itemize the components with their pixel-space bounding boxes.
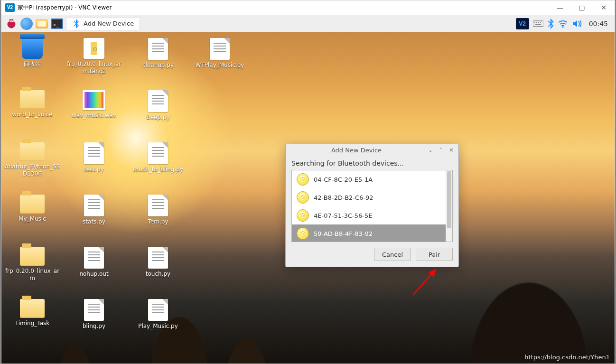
vnc-close-button[interactable]: ✕ [593, 0, 615, 15]
list-scrollbar[interactable] [446, 170, 452, 242]
desktop-icon-tem[interactable]: Tem.py [127, 195, 189, 225]
unknown-device-icon: ? [297, 191, 309, 204]
add-new-device-dialog[interactable]: Add New Device ⌄ ˄ ✕ Searching for Bluet… [285, 144, 459, 267]
device-row[interactable]: ?59-AD-B8-4F-83-92 [292, 224, 452, 242]
tray-clock[interactable]: 00:45 [586, 20, 611, 28]
desktop-icon-mymusic[interactable]: My_Music [1, 195, 63, 223]
scrollbar-thumb[interactable] [447, 171, 451, 228]
desktop-icon-timing[interactable]: Timing_Task [1, 299, 63, 327]
desktop-icon-label: nohup.out [77, 271, 110, 278]
device-mac: 04-CF-8C-20-E5-1A [314, 176, 373, 183]
desktop-icon-wavimg[interactable]: wav_music.wav [63, 90, 125, 119]
device-mac: 59-AD-B8-4F-83-92 [314, 230, 373, 237]
desktop-icon-label: Tem.py [146, 218, 170, 225]
dialog-maximize-button[interactable]: ˄ [437, 146, 445, 154]
taskbar-app-add-new-device[interactable]: Add New Device [66, 17, 140, 30]
desktop-icon-cleanup[interactable]: cleanup.py [127, 38, 189, 69]
unknown-device-icon: ? [297, 173, 309, 186]
vnc-window-title: 家中Pi (raspberrypi) - VNC Viewer [18, 4, 112, 12]
desktop-icon-nohup[interactable]: nohup.out [63, 247, 125, 278]
pair-button[interactable]: Pair [416, 248, 453, 261]
device-mac: 42-B8-2D-B2-C6-92 [314, 194, 373, 201]
desktop-icon-trash[interactable]: 回收站 [1, 38, 63, 68]
desktop-icon-label: WTPlay_Music.py [194, 62, 246, 69]
desktop-icon-label: wav_music.wav [70, 112, 118, 119]
tray-vnc-server-icon[interactable]: V2 [516, 18, 529, 29]
device-mac: 4E-07-51-3C-56-5E [314, 212, 372, 219]
desktop-icon-test[interactable]: test.py [63, 142, 125, 173]
tray-bluetooth-icon[interactable] [547, 19, 554, 29]
desktop-area[interactable]: 回收站frp_0.20.0_linux_arm.tar.gzcleanup.py… [1, 32, 615, 364]
desktop-icon-label: test.py [82, 166, 106, 173]
desktop-icon-label: Adafruit_Python_SSD1306 [1, 163, 63, 177]
vnc-titlebar[interactable]: V2 家中Pi (raspberrypi) - VNC Viewer — ▢ ✕ [1, 0, 615, 15]
vnc-viewer-window: V2 家中Pi (raspberrypi) - VNC Viewer — ▢ ✕… [1, 0, 615, 364]
bluetooth-device-list[interactable]: ?04-CF-8C-20-E5-1A?42-B8-2D-B2-C6-92?4E-… [291, 170, 453, 242]
desktop-icon-label: cleanup.py [140, 62, 176, 69]
svg-rect-1 [534, 22, 535, 23]
desktop-icon-bling[interactable]: bling.py [63, 299, 125, 330]
device-row[interactable]: ?42-B8-2D-B2-C6-92 [292, 188, 452, 206]
device-row[interactable]: ?4E-07-51-3C-56-5E [292, 206, 452, 224]
desktop-icon-label: Play_Music.py [136, 323, 180, 330]
desktop-icon-label: touch.py [144, 271, 172, 278]
unknown-device-icon: ? [297, 227, 309, 240]
dialog-status-message: Searching for Bluetooth devices... [291, 159, 453, 167]
desktop-icon-label: My_Music [17, 215, 48, 223]
tray-volume-icon[interactable] [572, 19, 582, 28]
desktop-icon-frp-tar[interactable]: frp_0.20.0_linux_arm.tar.gz [63, 38, 125, 75]
desktop-icon-label: bling.py [81, 323, 107, 330]
svg-rect-0 [533, 21, 543, 27]
lxpanel-taskbar[interactable]: Add New Device V2 00:45 [1, 15, 615, 32]
device-row[interactable]: ?04-CF-8C-20-E5-1A [292, 170, 452, 188]
svg-rect-2 [536, 22, 537, 23]
tray-keyboard-icon[interactable] [533, 20, 543, 28]
svg-rect-5 [535, 24, 541, 25]
svg-rect-3 [538, 22, 539, 23]
desktop-icon-wtplay[interactable]: WTPlay_Music.py [189, 38, 251, 69]
desktop-icon-label: frp_0.20.0_linux_arm.tar.gz [63, 61, 125, 75]
dialog-title: Add New Device [289, 147, 424, 154]
desktop-icon-label: touch_to_bling.py [131, 166, 185, 173]
watermark-text: https://blog.csdn.net/Yhen1 [524, 354, 610, 361]
desktop-icon-label: 回收站 [22, 61, 43, 68]
desktop-icon-stats[interactable]: stats.py [63, 195, 125, 225]
terminal-icon[interactable] [51, 18, 63, 30]
dialog-close-button[interactable]: ✕ [447, 146, 456, 154]
desktop-icon-label: Beep.py [144, 114, 171, 121]
vnc-maximize-button[interactable]: ▢ [571, 0, 593, 15]
desktop-icon-label: stats.py [81, 218, 107, 225]
desktop-icon-touchbling[interactable]: touch_to_bling.py [127, 142, 189, 173]
desktop-icon-label: Timing_Task [13, 320, 51, 327]
raspberry-menu-icon[interactable] [5, 18, 18, 30]
dialog-minimize-button[interactable]: ⌄ [426, 146, 435, 154]
tray-wifi-icon[interactable] [558, 19, 568, 28]
vnc-logo-icon: V2 [5, 3, 15, 12]
file-manager-icon[interactable] [36, 18, 48, 30]
taskbar-app-label: Add New Device [84, 20, 134, 27]
desktop-icon-label: frp_0.20.0_linux_arm [1, 268, 63, 282]
svg-point-6 [562, 26, 563, 28]
cancel-button[interactable]: Cancel [374, 248, 411, 261]
desktop-icon-beep[interactable]: Beep.py [127, 90, 189, 121]
svg-rect-4 [540, 22, 541, 23]
raspberrypi-desktop: Add New Device V2 00:45 [1, 15, 615, 364]
unknown-device-icon: ? [297, 209, 309, 222]
dialog-titlebar[interactable]: Add New Device ⌄ ˄ ✕ [286, 144, 458, 156]
desktop-icon-label: word_to_voice [10, 111, 54, 118]
vnc-minimize-button[interactable]: — [549, 0, 571, 15]
desktop-icon-touch[interactable]: touch.py [127, 247, 189, 278]
desktop-icon-word2voice[interactable]: word_to_voice [1, 90, 63, 118]
web-browser-icon[interactable] [20, 18, 33, 30]
desktop-icon-frpdir[interactable]: frp_0.20.0_linux_arm [1, 247, 63, 282]
desktop-icon-adafruit[interactable]: Adafruit_Python_SSD1306 [1, 142, 63, 177]
desktop-icon-playmusic[interactable]: Play_Music.py [127, 299, 189, 330]
